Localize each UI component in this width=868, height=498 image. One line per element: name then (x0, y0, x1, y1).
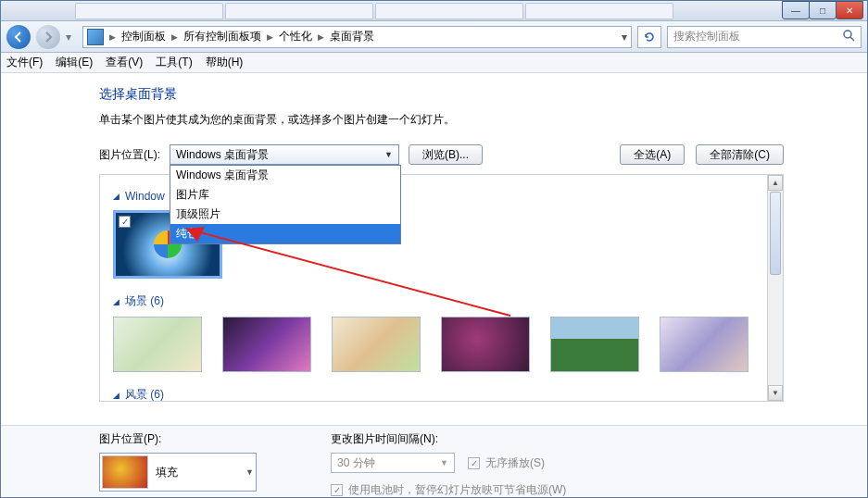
breadcrumb-item[interactable]: 桌面背景 (330, 29, 374, 44)
scrollbar[interactable]: ▲ ▼ (767, 175, 783, 401)
breadcrumb-dropdown[interactable]: ▾ (622, 31, 627, 44)
select-all-button[interactable]: 全选(A) (620, 144, 685, 165)
chevron-right-icon: ▶ (168, 32, 182, 42)
interval-combo[interactable]: 30 分钟 ▼ (331, 453, 455, 473)
titlebar-tab[interactable] (75, 3, 223, 19)
breadcrumb-item[interactable]: 控制面板 (121, 29, 166, 44)
collapse-icon: ◢ (113, 297, 120, 306)
page-title: 选择桌面背景 (99, 86, 784, 103)
group-header-landscape[interactable]: ◢ 风景 (6) (113, 387, 770, 402)
chevron-right-icon: ▶ (314, 32, 328, 42)
window-titlebar: — □ ✕ (1, 1, 867, 21)
chevron-right-icon: ▶ (263, 32, 277, 42)
search-placeholder: 搜索控制面板 (673, 29, 740, 44)
position-preview-icon (102, 455, 148, 489)
group-label: 场景 (6) (125, 293, 164, 309)
titlebar-tab[interactable] (375, 3, 523, 19)
arrow-left-icon (13, 31, 24, 43)
breadcrumb[interactable]: ▶ 控制面板 ▶ 所有控制面板项 ▶ 个性化 ▶ 桌面背景 ▾ (82, 26, 632, 48)
browse-button[interactable]: 浏览(B)... (409, 144, 483, 165)
svg-point-0 (844, 31, 851, 38)
battery-label: 使用电池时，暂停幻灯片放映可节省电源(W) (348, 482, 566, 498)
forward-button[interactable] (36, 25, 60, 49)
combo-value: Windows 桌面背景 (176, 147, 269, 163)
interval-label: 更改图片时间间隔(N): (331, 431, 566, 447)
picture-location-combo[interactable]: Windows 桌面背景 ▼ Windows 桌面背景 图片库 顶级照片 纯色 (170, 144, 399, 165)
position-value: 填充 (156, 465, 178, 480)
picture-position-label: 图片位置(P): (99, 431, 257, 447)
clear-all-button[interactable]: 全部清除(C) (696, 144, 784, 165)
maximize-button[interactable]: □ (809, 1, 837, 19)
checkbox-icon: ✓ (331, 484, 343, 496)
checkbox-icon: ✓ (468, 457, 480, 469)
breadcrumb-item[interactable]: 个性化 (279, 29, 312, 44)
scroll-thumb[interactable] (770, 192, 781, 275)
search-icon (842, 29, 855, 44)
titlebar-tab[interactable] (225, 3, 373, 19)
wallpaper-thumb[interactable] (441, 317, 530, 372)
menu-view[interactable]: 查看(V) (106, 55, 143, 70)
menu-file[interactable]: 文件(F) (6, 55, 43, 70)
chevron-right-icon: ▶ (106, 32, 120, 42)
shuffle-label: 无序播放(S) (485, 455, 545, 471)
wallpaper-thumb[interactable] (113, 317, 202, 372)
menu-bar: 文件(F) 编辑(E) 查看(V) 工具(T) 帮助(H) (1, 53, 867, 73)
svg-line-1 (850, 37, 854, 41)
chevron-down-icon: ▼ (384, 150, 393, 159)
menu-help[interactable]: 帮助(H) (206, 55, 244, 70)
picture-location-row: 图片位置(L): Windows 桌面背景 ▼ Windows 桌面背景 图片库… (99, 144, 784, 165)
collapse-icon: ◢ (113, 391, 120, 400)
arrow-right-icon (43, 31, 54, 43)
interval-value: 30 分钟 (337, 455, 375, 471)
interval-group: 更改图片时间间隔(N): 30 分钟 ▼ ✓ 无序播放(S) ✓ 使用电池时，暂… (331, 431, 566, 497)
titlebar-tab[interactable] (525, 3, 673, 19)
minimize-button[interactable]: — (782, 1, 810, 19)
page-description: 单击某个图片使其成为您的桌面背景，或选择多个图片创建一个幻灯片。 (99, 112, 784, 128)
picture-location-label: 图片位置(L): (99, 147, 160, 163)
close-button[interactable]: ✕ (836, 1, 863, 19)
combo-option[interactable]: 顶级照片 (170, 205, 400, 224)
search-input[interactable]: 搜索控制面板 (667, 26, 862, 48)
battery-checkbox[interactable]: ✓ 使用电池时，暂停幻灯片放映可节省电源(W) (331, 482, 566, 498)
refresh-button[interactable] (637, 26, 661, 48)
picture-position-group: 图片位置(P): 填充 ▼ (99, 431, 257, 497)
shuffle-checkbox[interactable]: ✓ 无序播放(S) (468, 455, 545, 471)
combo-option[interactable]: Windows 桌面背景 (170, 166, 400, 185)
wallpaper-checkbox[interactable]: ✓ (119, 216, 131, 228)
group-label: 风景 (6) (125, 387, 164, 402)
group-header-scenes[interactable]: ◢ 场景 (6) (113, 293, 770, 309)
breadcrumb-item[interactable]: 所有控制面板项 (183, 29, 261, 44)
scroll-down-button[interactable]: ▼ (768, 385, 783, 401)
picture-location-dropdown: Windows 桌面背景 图片库 顶级照片 纯色 (170, 165, 401, 244)
wallpaper-thumb[interactable] (660, 317, 748, 372)
group-label: Window (125, 190, 165, 203)
picture-position-combo[interactable]: 填充 ▼ (99, 453, 257, 492)
scroll-up-button[interactable]: ▲ (768, 175, 783, 191)
collapse-icon: ◢ (113, 192, 120, 201)
control-panel-icon (87, 29, 104, 45)
wallpaper-thumb[interactable] (332, 317, 421, 372)
wallpaper-thumb[interactable] (550, 317, 639, 372)
titlebar-tabs (75, 3, 673, 19)
chevron-down-icon: ▼ (245, 467, 254, 477)
combo-option-solid-color[interactable]: 纯色 (170, 224, 400, 243)
menu-tools[interactable]: 工具(T) (156, 55, 192, 70)
menu-edit[interactable]: 编辑(E) (56, 55, 93, 70)
back-button[interactable] (6, 25, 31, 49)
navigation-bar: ▾ ▶ 控制面板 ▶ 所有控制面板项 ▶ 个性化 ▶ 桌面背景 ▾ 搜索控制面板 (1, 21, 867, 53)
refresh-icon (643, 31, 656, 44)
bottom-panel: 图片位置(P): 填充 ▼ 更改图片时间间隔(N): 30 分钟 ▼ ✓ 无序播… (1, 425, 867, 497)
nav-history-dropdown[interactable]: ▾ (66, 25, 77, 49)
window-controls: — □ ✕ (783, 1, 863, 19)
chevron-down-icon: ▼ (440, 458, 448, 467)
combo-option[interactable]: 图片库 (170, 185, 400, 205)
wallpaper-thumb[interactable] (222, 317, 311, 372)
